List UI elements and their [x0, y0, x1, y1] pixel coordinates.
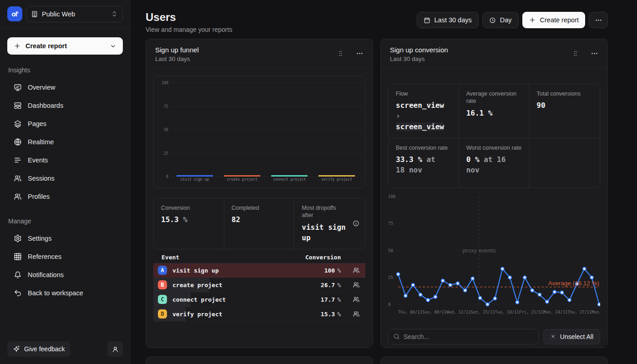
give-feedback-button[interactable]: Give feedback [7, 341, 71, 357]
page-subtitle: View and manage your reports [146, 26, 232, 33]
card-menu-icon[interactable] [356, 50, 364, 57]
close-icon [550, 334, 556, 339]
workspace-selector[interactable]: Public Web [26, 6, 123, 22]
stat-value: screen_view› screen_view [396, 100, 451, 132]
svg-text:50: 50 [388, 248, 393, 253]
stat-label: Average conversion rate [466, 90, 522, 105]
sidebar-item-label: Settings [28, 235, 51, 242]
section-label: Manage [8, 217, 123, 225]
references-icon [14, 253, 22, 261]
chevrons-up-down-icon [111, 10, 118, 17]
give-feedback-label: Give feedback [24, 345, 65, 353]
card-menu-icon[interactable] [591, 50, 598, 57]
realtime-icon [14, 138, 22, 146]
event-row-connect-project[interactable]: Cconnect project17.7% [153, 293, 365, 307]
event-conversion-value: 100% [305, 267, 347, 274]
page-title: Users [146, 11, 232, 24]
funnel-bar-chart[interactable]: 0255075100visit sign upcreate projectcon… [153, 76, 365, 188]
sidebar-item-dashboards[interactable]: Dashboards [7, 96, 123, 115]
conversion-stats-grid: Flowscreen_view› screen_viewAverage conv… [388, 84, 600, 188]
building-icon [31, 10, 38, 18]
sidebar-item-settings[interactable]: Settings [7, 229, 123, 248]
interval-button[interactable]: Day [482, 12, 519, 28]
date-range-button[interactable]: Last 30 days [417, 12, 479, 28]
funnel-bar[interactable] [318, 175, 355, 177]
sidebar-item-label: Profiles [28, 193, 50, 200]
event-row-verify-project[interactable]: Dverify project15.3% [153, 307, 365, 322]
sidebar-item-label: Overview [28, 84, 55, 91]
date-range-label: Last 30 days [435, 16, 472, 24]
stat-label: Conversion [161, 204, 217, 212]
x-axis-label: Fri, 21/11 [519, 310, 543, 316]
unselect-all-label: Unselect All [560, 333, 593, 340]
svg-text:100: 100 [388, 194, 395, 199]
users-icon[interactable] [347, 281, 365, 288]
sidebar-item-label: Sessions [28, 175, 55, 182]
sidebar-item-realtime[interactable]: Realtime [7, 133, 123, 151]
calendar-icon [424, 17, 430, 24]
events-icon [14, 156, 22, 164]
event-label: verify project [172, 311, 222, 318]
sidebar-item-references[interactable]: References [7, 248, 123, 266]
event-key-badge: A [158, 266, 167, 275]
search-input[interactable] [404, 333, 534, 340]
sidebar-item-profiles[interactable]: Profiles [7, 187, 123, 206]
event-search[interactable] [388, 329, 539, 344]
x-axis-label: Thu, 06/11 [398, 310, 422, 316]
stat-value: 33.3 % at18 nov [396, 154, 451, 175]
sidebar-item-events[interactable]: Events [7, 151, 123, 169]
x-axis-label: visit sign up [171, 177, 218, 185]
conversion-line-chart[interactable]: 0255075100proxy eventsAverage (16.12 %)T… [388, 194, 600, 316]
users-icon[interactable] [347, 310, 365, 318]
funnel-bar[interactable] [224, 175, 260, 177]
event-row-visit-sign-up[interactable]: Avisit sign up100% [153, 263, 365, 278]
sidebar-item-label: Dashboards [28, 102, 63, 109]
app-logo[interactable]: ol' [7, 6, 22, 21]
stat-cell: Total conversions90 [529, 84, 600, 138]
header-more-button[interactable] [589, 12, 608, 28]
workspace-name: Public Web [42, 10, 75, 18]
sidebar-item-notifications[interactable]: Notifications [7, 266, 123, 284]
plus-icon [529, 16, 536, 24]
y-axis-tick: 25 [157, 151, 168, 156]
stat-cell: Completed82 [224, 198, 295, 249]
funnel-event-table: EventConversionAvisit sign up100%Bcreate… [153, 252, 365, 322]
event-row-create-project[interactable]: Bcreate project26.7% [153, 278, 365, 293]
stat-value: visit sign up [302, 222, 348, 243]
sidebar-item-sessions[interactable]: Sessions [7, 169, 123, 187]
stat-label: Best conversion rate [396, 144, 451, 152]
info-icon[interactable] [353, 220, 359, 227]
sidebar-item-back-to-workspace[interactable]: Back to workspace [7, 284, 123, 302]
drag-handle-icon[interactable] [337, 50, 344, 57]
funnel-stats: Conversion15.3 %Completed82Most dropoffs… [153, 198, 365, 249]
stat-value: 90 [536, 100, 592, 111]
user-avatar-button[interactable] [107, 341, 123, 357]
back-icon [14, 289, 22, 297]
ellipsis-icon [595, 16, 602, 24]
conversion-card: Sign up conversion Last 30 days Flowscre… [380, 39, 608, 348]
sidebar-item-label: Realtime [28, 138, 54, 146]
chevron-down-icon [110, 43, 116, 50]
sidebar-item-overview[interactable]: Overview [7, 78, 123, 96]
create-report-button[interactable]: Create report [7, 37, 123, 55]
stat-cell: Best conversion rate33.3 % at18 nov [389, 138, 459, 187]
funnel-bar[interactable] [271, 175, 308, 177]
users-icon[interactable] [347, 296, 365, 303]
sidebar-item-label: Notifications [28, 271, 64, 278]
event-label: visit sign up [172, 267, 219, 274]
users-icon[interactable] [347, 267, 365, 274]
event-conversion-value: 17.7% [305, 296, 347, 303]
sidebar-item-pages[interactable]: Pages [7, 115, 123, 133]
funnel-bar[interactable] [177, 175, 213, 177]
create-report-header-button[interactable]: Create report [522, 12, 585, 28]
drag-handle-icon[interactable] [572, 50, 579, 57]
sessions-icon [14, 174, 22, 182]
x-axis-label: verify project [313, 177, 360, 185]
sidebar-item-label: References [28, 253, 61, 260]
notifications-icon [14, 271, 22, 279]
section-label: Insights [8, 66, 123, 74]
create-report-label: Create report [25, 42, 67, 50]
event-label: connect project [172, 296, 226, 303]
unselect-all-button[interactable]: Unselect All [543, 329, 600, 344]
svg-text:0: 0 [388, 302, 390, 307]
